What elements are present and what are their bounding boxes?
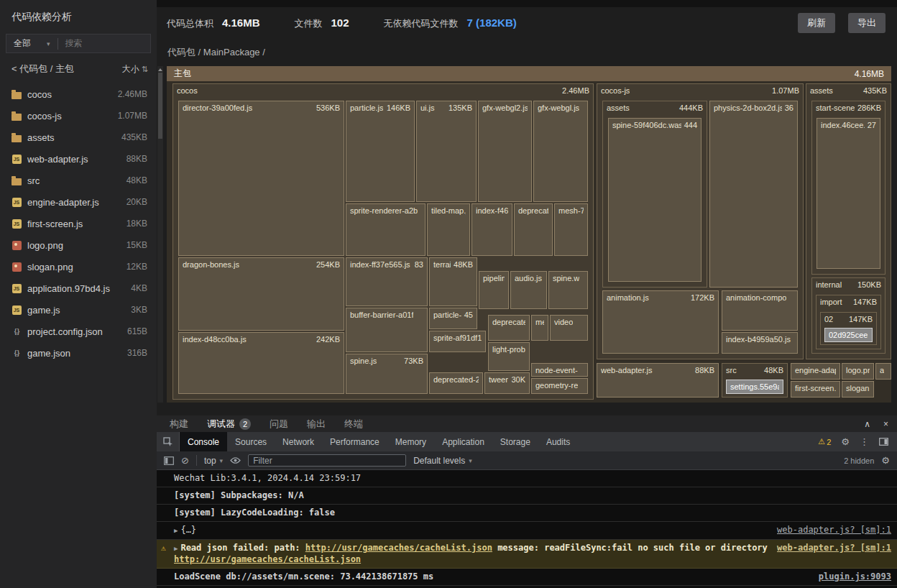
devtools-tab-memory[interactable]: Memory	[387, 432, 434, 451]
console-source-link[interactable]: web-adapter.js? [sm]:1	[777, 543, 891, 553]
treemap-block-particle-2d.js[interactable]: particle-2d.js45	[429, 308, 477, 329]
treemap-block-geometry-re[interactable]: geometry-re	[531, 378, 588, 394]
file-item-web-adapter.js[interactable]: JSweb-adapter.js88KB	[0, 148, 157, 170]
panel-tab-问题[interactable]: 问题	[270, 418, 288, 431]
file-item-game.json[interactable]: {.}game.json316B	[0, 342, 157, 364]
hidden-messages-count[interactable]: 2 hidden	[844, 456, 874, 465]
file-item-application.97bd4.js[interactable]: JSapplication.97bd4.js4KB	[0, 277, 157, 299]
console-filter-input[interactable]	[248, 454, 406, 467]
treemap-block-gfx-webgl.js[interactable]: gfx-webgl.js	[533, 101, 588, 202]
treemap-block-a[interactable]: a	[875, 363, 891, 380]
treemap-block-index-ff37e565.js[interactable]: index-ff37e565.js83	[346, 257, 428, 306]
file-item-src[interactable]: src48KB	[0, 170, 157, 191]
treemap-block-web-adapter.js[interactable]: web-adapter.js88KB	[597, 363, 719, 398]
treemap-block-gfx-webgl2.js[interactable]: gfx-webgl2.js	[478, 101, 532, 202]
treemap-block-deprecat[interactable]: deprecat	[514, 203, 553, 256]
panel-tab-构建[interactable]: 构建	[170, 418, 188, 431]
treemap-block-light-probe.[interactable]: light-probe.	[488, 342, 530, 371]
file-item-cocos-js[interactable]: cocos-js1.07MB	[0, 105, 157, 127]
no-dependency-link[interactable]: 7 (182KB)	[467, 17, 517, 29]
treemap-block-logo.pn[interactable]: logo.pn	[842, 363, 874, 380]
treemap-block-02d925cee[interactable]: 02d925cee	[824, 328, 873, 342]
file-item-engine-adapter.js[interactable]: JSengine-adapter.js20KB	[0, 191, 157, 213]
console-source-link[interactable]: web-adapter.js? [sm]:1	[777, 525, 891, 536]
clear-console-icon[interactable]: ⊘	[181, 455, 189, 466]
inspect-element-icon[interactable]	[157, 432, 180, 451]
treemap-block-spine.w[interactable]: spine.w	[548, 271, 588, 309]
file-item-cocos[interactable]: cocos2.46MB	[0, 83, 157, 105]
console-url-link[interactable]: http://usr/gamecaches/cacheList.json	[174, 554, 361, 564]
devtools-tab-console[interactable]: Console	[180, 432, 227, 451]
treemap-block-index.46cee.js[interactable]: index.46cee.js27	[816, 118, 880, 269]
devtools-menu-icon[interactable]: ⋮	[860, 436, 869, 447]
treemap-block-buffer-barrier-a01f[interactable]: buffer-barrier-a01f	[346, 308, 428, 352]
treemap-block-physics-2d-box2d.js[interactable]: physics-2d-box2d.js36	[709, 101, 798, 288]
console-sidebar-toggle-icon[interactable]	[164, 456, 174, 465]
treemap-block-index-f46[interactable]: index-f46	[472, 203, 512, 256]
devtools-warning-count[interactable]: ⚠ 2	[818, 437, 831, 446]
treemap-block-index-d48cc0ba.js[interactable]: index-d48cc0ba.js242KB	[178, 332, 344, 394]
expand-arrow-icon[interactable]: ▶	[174, 545, 178, 552]
treemap-block-node-event-[interactable]: node-event-	[531, 363, 588, 377]
treemap-block-settings.55e9a[interactable]: settings.55e9a	[726, 380, 783, 394]
treemap-block-video[interactable]: video	[550, 315, 588, 341]
close-panel-icon[interactable]: ×	[883, 419, 888, 429]
file-item-game.js[interactable]: JSgame.js3KB	[0, 299, 157, 321]
file-item-project.config.json[interactable]: {.}project.config.json615B	[0, 321, 157, 342]
devtools-tab-audits[interactable]: Audits	[538, 432, 578, 451]
treemap-block-sprite-renderer-a2b[interactable]: sprite-renderer-a2b	[346, 203, 426, 256]
scroll-up-arrow-icon[interactable]	[158, 68, 162, 71]
devtools-tab-performance[interactable]: Performance	[322, 432, 387, 451]
treemap-block-animation-compo[interactable]: animation-compo	[722, 290, 798, 331]
treemap-block-dragon-bones.js[interactable]: dragon-bones.js254KB	[178, 257, 344, 331]
treemap-block-spine-59f406dc.wasm[interactable]: spine-59f406dc.wasm444	[608, 118, 702, 282]
treemap-block-pipeline[interactable]: pipeline	[479, 271, 509, 309]
file-item-assets[interactable]: assets435KB	[0, 127, 157, 148]
devtools-tab-application[interactable]: Application	[434, 432, 492, 451]
breadcrumb[interactable]: < 代码包 / 主包	[12, 63, 74, 75]
size-sort-button[interactable]: 大小 ⇅	[122, 63, 148, 75]
treemap-block-tiled-map.j[interactable]: tiled-map.j	[427, 203, 470, 256]
panel-tab-输出[interactable]: 输出	[307, 418, 326, 431]
filter-dropdown[interactable]: 全部 ▾	[6, 35, 58, 52]
treemap-block-animation.js[interactable]: animation.js172KB	[602, 290, 719, 354]
devtools-tab-sources[interactable]: Sources	[227, 432, 275, 451]
file-item-first-screen.js[interactable]: JSfirst-screen.js18KB	[0, 213, 157, 234]
treemap-block-mesh-[interactable]: mesh-	[531, 315, 548, 341]
console-url-link[interactable]: http://usr/gamecaches/cacheList.json	[305, 543, 492, 553]
collapse-panel-icon[interactable]: ∧	[864, 419, 870, 429]
treemap-block-particle.js[interactable]: particle.js146KB	[346, 101, 415, 202]
refresh-button[interactable]: 刷新	[798, 13, 835, 33]
treemap-block-mesh-70[interactable]: mesh-70	[554, 203, 588, 256]
treemap-block-director-39a00fed.js[interactable]: director-39a00fed.js536KB	[178, 101, 344, 256]
file-item-slogan.png[interactable]: slogan.png12KB	[0, 256, 157, 277]
treemap-block-slogan.p[interactable]: slogan.p	[842, 381, 874, 398]
treemap-block-sprite-af91df1[interactable]: sprite-af91df1	[429, 331, 486, 352]
treemap-block-audio.js[interactable]: audio.js	[510, 271, 547, 309]
export-button[interactable]: 导出	[848, 13, 886, 33]
scrollbar[interactable]	[157, 66, 163, 403]
package-breadcrumb[interactable]: 代码包 / MainPackage /	[167, 46, 265, 59]
panel-tab-调试器[interactable]: 调试器2	[207, 418, 251, 431]
context-dropdown[interactable]: top ▾	[204, 456, 223, 466]
treemap-block-spine.js[interactable]: spine.js73KB	[346, 354, 428, 394]
scrollbar-thumb[interactable]	[158, 73, 162, 139]
treemap-block-index-b4959a50.js[interactable]: index-b4959a50.js	[722, 332, 798, 354]
treemap-block-deprecated-26[interactable]: deprecated-26	[429, 372, 483, 394]
levels-dropdown[interactable]: Default levels ▾	[413, 456, 472, 466]
devtools-tab-network[interactable]: Network	[275, 432, 322, 451]
search-input[interactable]: 搜索	[58, 37, 150, 50]
treemap-block-tween.js[interactable]: tween.js30K	[484, 372, 530, 394]
console-settings-icon[interactable]: ⚙	[881, 455, 890, 466]
dock-side-icon[interactable]	[879, 438, 888, 446]
panel-tab-终端[interactable]: 终端	[344, 418, 363, 431]
treemap-block-first-screen.j[interactable]: first-screen.j	[791, 381, 840, 398]
devtools-tab-storage[interactable]: Storage	[492, 432, 538, 451]
treemap-block-terrain.js[interactable]: terrain.js48KB	[429, 257, 477, 306]
eye-icon[interactable]	[230, 456, 241, 464]
console-source-link[interactable]: plugin.js:9093	[819, 571, 891, 582]
treemap-block-deprecated-[interactable]: deprecated-	[488, 315, 530, 341]
treemap-block-engine-adap[interactable]: engine-adap	[791, 363, 840, 380]
treemap-root-bar[interactable]: 主包 4.16MB	[167, 66, 891, 81]
devtools-settings-icon[interactable]: ⚙	[841, 436, 850, 447]
